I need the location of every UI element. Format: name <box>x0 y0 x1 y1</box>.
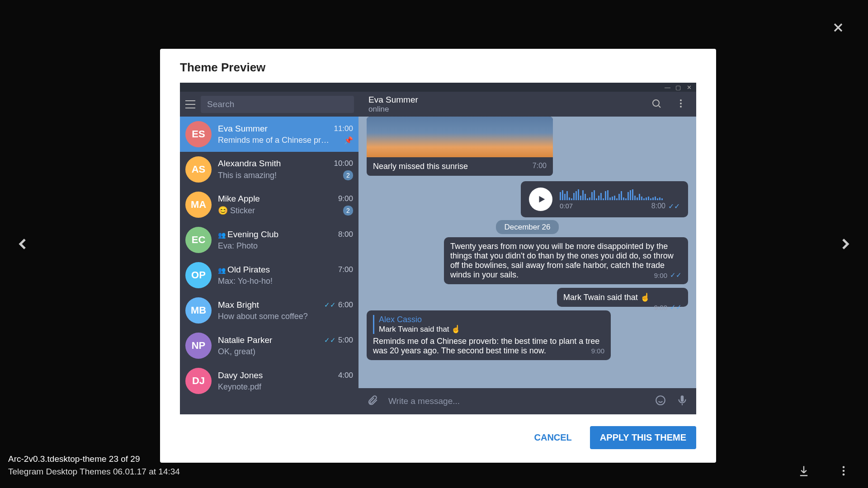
search-input[interactable]: Search <box>201 96 354 113</box>
close-icon[interactable] <box>831 20 845 35</box>
chat-time: 11:00 <box>334 124 353 133</box>
sunrise-image <box>367 117 553 157</box>
chat-name: Natalie Parker <box>218 335 272 345</box>
chat-item[interactable]: DJDavy Jones4:00Keynote.pdf <box>180 363 359 399</box>
menu-icon[interactable] <box>184 100 196 108</box>
chat-preview: 😊 Sticker <box>218 206 255 216</box>
compose-bar: Write a message... <box>359 388 696 414</box>
chat-name: Davy Jones <box>218 371 263 380</box>
svg-point-2 <box>843 474 845 476</box>
chat-item[interactable]: NPNatalie Parker✓✓ 5:00OK, great) <box>180 328 359 363</box>
chat-name: Alexandra Smith <box>218 159 281 169</box>
group-icon: 👥 <box>218 231 226 239</box>
chat-time: 9:00 <box>338 194 353 203</box>
chat-preview: This is amazing! <box>218 171 277 180</box>
chat-time: 8:00 <box>338 230 353 239</box>
cancel-button[interactable]: CANCEL <box>534 432 572 443</box>
svg-point-0 <box>843 466 845 469</box>
pin-icon: 📌 <box>344 136 353 145</box>
waveform <box>560 188 680 200</box>
reply-name: Alex Cassio <box>379 315 604 324</box>
date-separator: December 26 <box>367 223 688 232</box>
voice-time: 8:00 <box>651 202 665 210</box>
caption-meta: Telegram Desktop Themes 06.01.17 at 14:3… <box>8 467 180 477</box>
chat-item[interactable]: EC👥Evening Club8:00Eva: Photo <box>180 222 359 258</box>
read-checks-icon: ✓✓ <box>324 301 336 309</box>
voice-message[interactable]: 0:07 8:00 ✓✓ <box>521 181 688 217</box>
avatar: MB <box>185 297 212 324</box>
theme-preview-dialog: Theme Preview — ▢ ✕ Search ESEva Summer1… <box>160 49 716 463</box>
outgoing-message[interactable]: Twenty years from now you will be more d… <box>444 237 688 284</box>
photo-time: 7:00 <box>533 162 547 171</box>
unread-badge: 2 <box>343 206 353 216</box>
chat-preview: Reminds me of a Chinese prover... <box>218 136 331 145</box>
more-icon[interactable] <box>837 465 850 479</box>
chat-item[interactable]: OP👥Old Pirates7:00Max: Yo-ho-ho! <box>180 258 359 293</box>
avatar: ES <box>185 121 212 147</box>
chat-more-icon[interactable] <box>675 98 686 111</box>
lightbox-actions <box>797 465 850 479</box>
chat-time: 7:00 <box>338 265 353 274</box>
next-arrow-icon[interactable] <box>836 230 854 258</box>
chat-header: Eva Summer online <box>359 92 696 117</box>
message-text: Reminds me of a Chinese proverb: the bes… <box>373 337 599 355</box>
prev-arrow-icon[interactable] <box>14 230 32 258</box>
play-icon[interactable] <box>529 188 552 211</box>
dialog-title: Theme Preview <box>160 49 716 83</box>
messages: Nearly missed this sunrise 7:00 0:07 <box>359 117 696 388</box>
chat-name: Max Bright <box>218 300 259 310</box>
chat-preview: Max: Yo-ho-ho! <box>218 277 273 286</box>
chat-preview: OK, great) <box>218 347 255 357</box>
window-titlebar: — ▢ ✕ <box>180 83 696 92</box>
group-icon: 👥 <box>218 267 226 274</box>
message-input[interactable]: Write a message... <box>388 396 645 406</box>
reply-text: Mark Twain said that ☝️ <box>379 324 604 334</box>
avatar: MA <box>185 192 212 218</box>
chat-preview: Keynote.pdf <box>218 382 261 392</box>
svg-point-1 <box>843 470 845 472</box>
incoming-message[interactable]: Alex Cassio Mark Twain said that ☝️ Remi… <box>367 310 611 360</box>
chat-header-status: online <box>368 105 637 114</box>
chat-name: 👥Evening Club <box>218 230 278 239</box>
close-window-icon[interactable]: ✕ <box>686 84 692 91</box>
avatar: OP <box>185 262 212 288</box>
photo-message[interactable]: Nearly missed this sunrise 7:00 <box>367 117 553 176</box>
maximize-icon[interactable]: ▢ <box>675 84 681 91</box>
svg-point-5 <box>680 103 682 104</box>
chat-time: ✓✓ 6:00 <box>324 300 353 310</box>
download-icon[interactable] <box>797 465 810 479</box>
svg-point-6 <box>680 106 682 108</box>
chat-item[interactable]: ASAlexandra Smith10:00This is amazing!2 <box>180 152 359 187</box>
reply-quote: Alex Cassio Mark Twain said that ☝️ <box>373 315 604 334</box>
read-checks-icon: ✓✓ <box>668 202 680 211</box>
chat-time: 4:00 <box>338 371 353 380</box>
dialog-buttons: CANCEL APPLY THIS THEME <box>160 414 716 463</box>
apply-theme-button[interactable]: APPLY THIS THEME <box>590 426 696 449</box>
avatar: AS <box>185 156 212 183</box>
caption-filename: Arc-2v0.3.tdesktop-theme 23 of 29 <box>8 454 180 464</box>
avatar: NP <box>185 333 212 359</box>
svg-point-7 <box>656 396 665 405</box>
lightbox-caption: Arc-2v0.3.tdesktop-theme 23 of 29 Telegr… <box>8 454 180 477</box>
chat-preview: How about some coffee? <box>218 312 308 321</box>
chat-item[interactable]: ESEva Summer11:00Reminds me of a Chinese… <box>180 117 359 152</box>
minimize-icon[interactable]: — <box>665 84 670 91</box>
unread-badge: 2 <box>343 170 353 180</box>
chat-name: Mike Apple <box>218 194 260 204</box>
chat-name: 👥Old Pirates <box>218 265 270 275</box>
svg-point-4 <box>680 99 682 101</box>
read-checks-icon: ✓✓ <box>670 271 682 279</box>
chat-list: ESEva Summer11:00Reminds me of a Chinese… <box>180 117 359 414</box>
attach-icon[interactable] <box>367 394 378 408</box>
emoji-icon[interactable] <box>655 394 666 408</box>
avatar: EC <box>185 227 212 253</box>
outgoing-message[interactable]: Mark Twain said that ☝️ 9:00 ✓✓ <box>557 288 688 307</box>
read-checks-icon: ✓✓ <box>324 336 336 344</box>
chat-time: 10:00 <box>334 159 353 168</box>
search-chat-icon[interactable] <box>651 98 662 111</box>
chat-item[interactable]: MAMike Apple9:00😊 Sticker2 <box>180 187 359 222</box>
mic-icon[interactable] <box>676 394 688 408</box>
photo-caption-text: Nearly missed this sunrise <box>373 162 468 171</box>
chat-time: ✓✓ 5:00 <box>324 336 353 345</box>
chat-item[interactable]: MBMax Bright✓✓ 6:00How about some coffee… <box>180 293 359 328</box>
